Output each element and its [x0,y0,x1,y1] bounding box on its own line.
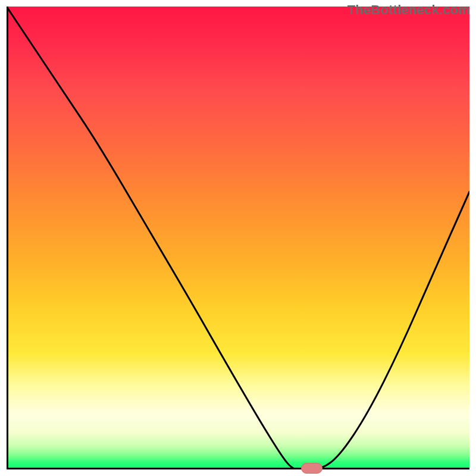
watermark-text: TheBottleneck.com [347,2,470,18]
bottleneck-chart: TheBottleneck.com [0,0,476,476]
gradient-background [7,7,469,469]
plot-area [7,7,469,469]
optimal-marker [301,463,322,474]
